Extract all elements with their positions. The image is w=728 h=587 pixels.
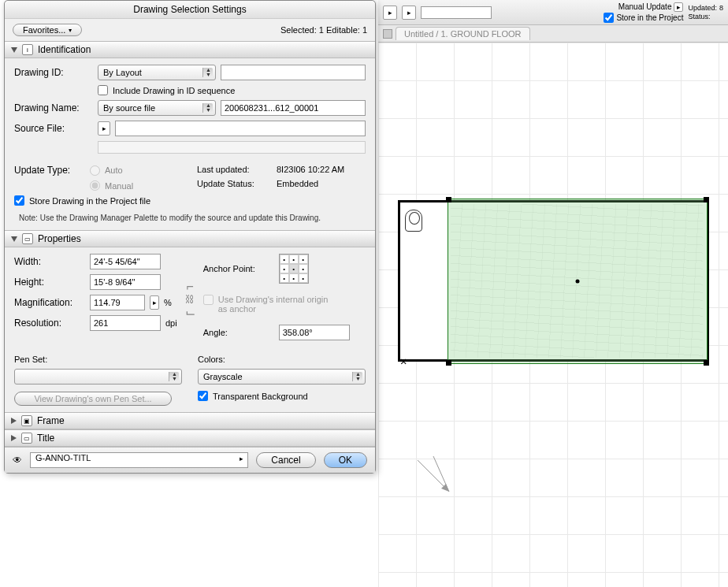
tab-icon [383,29,392,39]
dialog-title: Drawing Selection Settings [5,1,375,19]
magnification-field[interactable] [90,295,145,310]
width-field[interactable] [90,254,161,269]
magnification-unit: % [164,298,172,307]
last-updated-value: 8I23I06 10:22 AM [277,165,344,174]
transparent-bg-checkbox[interactable] [198,391,208,401]
angle-label: Angle: [203,328,274,337]
drawing-id-mode-select[interactable]: By Layout▲▼ [98,65,216,80]
source-file-browse-button[interactable]: ▸ [98,121,110,136]
canvas-toolbar: ▸ ▸ Manual Update ▸ Store in the Project… [378,0,728,25]
width-label: Width: [14,256,85,267]
manual-update-label: Manual Update [618,2,672,11]
status-label: Status: [688,13,710,20]
resize-handle-tr[interactable] [704,197,709,202]
resize-handle-bl[interactable] [446,360,451,366]
svg-line-2 [433,456,449,492]
drawing-name-label: Drawing Name: [14,102,93,113]
ok-button[interactable]: OK [324,452,367,468]
source-file-field[interactable] [115,121,366,136]
toolbar-nav-btn-2[interactable]: ▸ [402,6,416,20]
anchor-point-grid[interactable] [279,254,309,284]
penset-label: Pen Set: [14,355,47,364]
drawing-name-field[interactable] [221,100,366,116]
title-title: Title [37,433,54,444]
center-handle[interactable] [576,280,580,284]
drawing-id-field[interactable] [221,65,366,80]
resolution-unit: dpi [165,318,177,328]
resolution-field[interactable] [90,315,161,331]
resize-handle-br[interactable] [704,360,709,366]
frame-title: Frame [37,415,65,426]
selection-box[interactable] [448,199,708,364]
internal-origin-checkbox [203,295,214,305]
favorites-button[interactable]: Favorites... [13,24,82,36]
update-status-value: Embedded [277,179,318,188]
disclosure-triangle-icon[interactable] [11,47,17,53]
identification-title: Identification [38,44,91,55]
update-manual-label: Manual [105,181,133,191]
frame-icon: ▣ [21,415,32,426]
update-status-label: Update Status: [197,179,272,188]
updated-label: Updated: [688,4,717,12]
store-drawing-label: Store Drawing in the Project file [29,196,150,206]
resize-handle-tl[interactable] [446,197,451,202]
update-auto-radio [90,165,100,176]
disclosure-triangle-icon[interactable] [11,435,17,441]
origin-cross-icon: ✕ [400,355,407,587]
properties-icon: ▭ [22,233,33,244]
magnification-label: Magnification: [14,297,85,308]
magnification-menu-button[interactable]: ▸ [150,295,159,310]
properties-header[interactable]: ▭ Properties [5,230,375,247]
layer-select[interactable]: G-ANNO-TITL [30,452,248,468]
height-field[interactable] [90,274,161,290]
manual-update-menu[interactable]: ▸ [674,2,683,12]
cursor-arrow-icon [410,452,457,500]
update-manual-radio [90,180,100,191]
layer-visibility-icon[interactable]: 👁 [13,455,22,466]
anchor-point-label: Anchor Point: [203,264,274,273]
identification-body: Drawing ID: By Layout▲▼ Include Drawing … [5,58,375,230]
update-auto-label: Auto [105,165,123,175]
height-label: Height: [14,277,85,288]
angle-field[interactable] [279,325,350,340]
title-icon: ▭ [21,433,32,444]
drawing-selection-settings-dialog: Drawing Selection Settings Favorites... … [4,0,376,474]
source-file-path-display [98,141,366,154]
penset-select[interactable]: ▲▼ [14,369,182,385]
info-icon: i [22,44,33,55]
colors-select[interactable]: Grayscale▲▼ [198,369,366,385]
tab-ground-floor[interactable]: Untitled / 1. GROUND FLOOR [396,27,530,40]
view-own-penset-button[interactable]: View Drawing's own Pen Set... [14,392,172,406]
drawing-grid[interactable]: ✕ [378,43,728,587]
toolbar-input[interactable] [421,6,492,19]
cancel-button[interactable]: Cancel [256,452,315,468]
properties-title: Properties [38,233,81,244]
store-drawing-checkbox[interactable] [14,195,24,206]
drawing-id-label: Drawing ID: [14,67,93,78]
disclosure-triangle-icon[interactable] [11,418,17,424]
source-file-label: Source File: [14,123,93,134]
selection-count: Selected: 1 Editable: 1 [280,25,367,35]
include-sequence-label: Include Drawing in ID sequence [113,86,235,95]
identification-header[interactable]: i Identification [5,41,375,58]
include-sequence-checkbox[interactable] [98,85,108,95]
colors-label: Colors: [198,355,225,364]
identification-note: Note: Use the Drawing Manager Palette to… [14,210,366,224]
tab-bar: Untitled / 1. GROUND FLOOR [378,25,728,43]
frame-header[interactable]: ▣ Frame [5,412,375,429]
link-chain-icon[interactable]: ⛓ [185,294,195,305]
internal-origin-label: Use Drawing's internal origin as anchor [218,295,329,314]
drawing-name-mode-select[interactable]: By source file▲▼ [98,100,216,116]
disclosure-triangle-icon[interactable] [11,236,17,242]
store-project-checkbox[interactable] [604,13,614,23]
transparent-bg-label: Transparent Background [213,392,308,401]
properties-body: Width: Height: Magnification: ▸ % Resolu… [5,247,375,412]
toolbar-nav-btn-1[interactable]: ▸ [383,6,397,20]
canvas-area: ▸ ▸ Manual Update ▸ Store in the Project… [378,0,728,587]
resolution-label: Resolution: [14,318,85,329]
updated-value: 8 [719,4,723,12]
title-header[interactable]: ▭ Title [5,429,375,447]
update-type-label: Update Type: [14,165,85,176]
dialog-footer: 👁 G-ANNO-TITL Cancel OK [5,447,375,473]
toilet-fixture-icon [405,210,422,232]
